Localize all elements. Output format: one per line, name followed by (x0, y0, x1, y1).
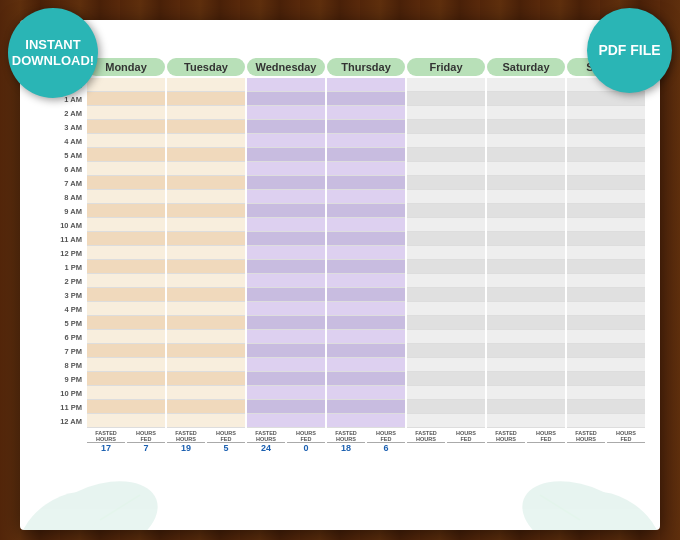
time-label: 11 AM (34, 232, 86, 246)
hour-cell (407, 218, 485, 232)
footer-day-monday: FASTEDHOURS17HOURSFED7 (87, 430, 165, 453)
hour-cell (407, 204, 485, 218)
hour-cell (247, 106, 325, 120)
hour-cell (407, 358, 485, 372)
hour-cell (247, 134, 325, 148)
hour-cell (487, 162, 565, 176)
hour-cell (167, 358, 245, 372)
hour-cell (407, 316, 485, 330)
fasted-label: FASTEDHOURS (87, 430, 125, 442)
hour-cell (167, 246, 245, 260)
time-label: 6 AM (34, 162, 86, 176)
tracker-paper: ⤾ MondayTuesdayWednesdayThursdayFridaySa… (20, 20, 660, 530)
footer-day-wednesday: FASTEDHOURS24HOURSFED0 (247, 430, 325, 453)
day-column-friday (407, 78, 485, 428)
fasted-hours-stat: FASTEDHOURS24 (247, 430, 285, 453)
fasted-hours-stat: FASTEDHOURS (487, 430, 525, 453)
fasted-label: FASTEDHOURS (247, 430, 285, 442)
hour-cell (87, 246, 165, 260)
svg-point-3 (569, 479, 660, 530)
hour-cell (407, 92, 485, 106)
hour-cell (87, 288, 165, 302)
hour-cell (167, 190, 245, 204)
hour-cell (487, 176, 565, 190)
leaf-decoration (20, 450, 660, 530)
day-pill-tuesday: Tuesday (167, 58, 245, 76)
hour-cell (247, 414, 325, 428)
hour-cell (407, 148, 485, 162)
hour-cell (247, 232, 325, 246)
hour-cell (567, 344, 645, 358)
hour-cell (567, 330, 645, 344)
hour-cell (487, 414, 565, 428)
fasted-value (407, 442, 445, 443)
hour-cell (167, 414, 245, 428)
hour-cell (567, 232, 645, 246)
hour-cell (87, 400, 165, 414)
fasted-hours-stat: FASTEDHOURS19 (167, 430, 205, 453)
hour-cell (487, 344, 565, 358)
hour-cell (247, 218, 325, 232)
fed-hours-stat: HOURSFED (527, 430, 565, 453)
hour-cell (407, 386, 485, 400)
hour-cell (567, 316, 645, 330)
hour-cell (567, 358, 645, 372)
time-label: 6 PM (34, 330, 86, 344)
hour-cell (487, 372, 565, 386)
fasted-value (487, 442, 525, 443)
hour-cell (167, 260, 245, 274)
hour-cell (487, 92, 565, 106)
paper-content: ⤾ MondayTuesdayWednesdayThursdayFridaySa… (20, 20, 660, 457)
hour-cell (247, 190, 325, 204)
day-pill-saturday: Saturday (487, 58, 565, 76)
hour-cell (167, 78, 245, 92)
fasted-label: FASTEDHOURS (327, 430, 365, 442)
fasted-label: FASTEDHOURS (487, 430, 525, 442)
hour-cell (167, 400, 245, 414)
hour-cell (567, 148, 645, 162)
footer-day-friday: FASTEDHOURSHOURSFED (407, 430, 485, 453)
hour-cell (487, 288, 565, 302)
fed-hours-stat: HOURSFED0 (287, 430, 325, 453)
hour-cell (407, 162, 485, 176)
fed-label: HOURSFED (447, 430, 485, 442)
hour-cell (487, 260, 565, 274)
day-column-sunday (567, 78, 645, 428)
hour-cell (567, 386, 645, 400)
hour-cell (327, 344, 405, 358)
hour-cell (87, 134, 165, 148)
time-label: 3 PM (34, 288, 86, 302)
fasted-label: FASTEDHOURS (567, 430, 605, 442)
hour-cell (567, 120, 645, 134)
hour-cell (87, 330, 165, 344)
badge-left-text: INSTANTDOWNLOAD! (12, 37, 94, 68)
hour-cell (327, 260, 405, 274)
svg-line-5 (540, 495, 580, 520)
hour-cell (407, 190, 485, 204)
time-label: 9 AM (34, 204, 86, 218)
hour-cell (327, 288, 405, 302)
hour-cell (327, 330, 405, 344)
hour-cell (487, 106, 565, 120)
fasted-value: 17 (87, 442, 125, 453)
hour-cell (167, 106, 245, 120)
hour-cell (247, 386, 325, 400)
time-label: 4 PM (34, 302, 86, 316)
hour-cell (487, 386, 565, 400)
hour-cell (87, 190, 165, 204)
hour-cell (407, 260, 485, 274)
hour-cell (327, 414, 405, 428)
hour-cell (247, 288, 325, 302)
hour-cell (247, 330, 325, 344)
hour-cell (87, 232, 165, 246)
hour-cell (487, 246, 565, 260)
hour-cell (167, 288, 245, 302)
hour-cell (247, 372, 325, 386)
hour-cell (567, 106, 645, 120)
fed-label: HOURSFED (607, 430, 645, 442)
fed-hours-stat: HOURSFED6 (367, 430, 405, 453)
hour-cell (87, 106, 165, 120)
fed-label: HOURSFED (207, 430, 245, 442)
hour-cell (167, 386, 245, 400)
day-column-wednesday (247, 78, 325, 428)
